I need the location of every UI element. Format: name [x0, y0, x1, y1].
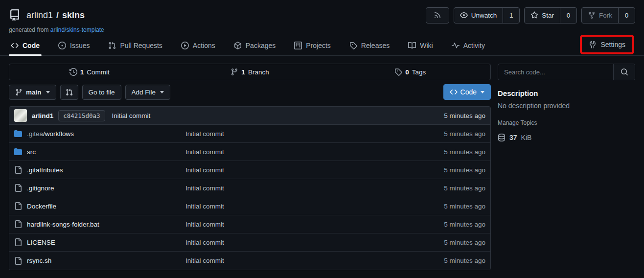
manage-topics-link[interactable]: Manage Topics [498, 119, 635, 126]
file-path-prefix: .gitea [27, 130, 43, 138]
tab-activity-label: Activity [463, 42, 485, 49]
issue-icon [58, 42, 66, 49]
file-name-link[interactable]: LICENSE [14, 238, 185, 246]
compare-button[interactable] [60, 85, 78, 100]
file-commit-message-link[interactable]: Initial commit [185, 185, 412, 192]
file-commit-time: 5 minutes ago [412, 148, 485, 156]
tab-issues[interactable]: Issues [56, 42, 92, 55]
tab-code[interactable]: Code [9, 42, 42, 55]
branch-icon [230, 68, 238, 76]
file-commit-message-link[interactable]: Initial commit [185, 130, 412, 138]
repo-stats-bar: 1 Commit 1 Branch 0 Tags [9, 64, 491, 80]
star-button[interactable]: Star [525, 8, 560, 23]
tools-icon [589, 41, 597, 48]
go-to-file-button[interactable]: Go to file [82, 85, 121, 100]
tab-settings[interactable]: Settings [589, 41, 625, 48]
tab-projects[interactable]: Projects [292, 42, 333, 55]
watchers-count[interactable]: 1 [503, 8, 519, 23]
tag-icon [394, 68, 402, 76]
branch-selector[interactable]: main [9, 85, 56, 100]
repo-owner-link[interactable]: arlind1 [26, 10, 53, 20]
watch-button-group: Unwatch 1 [454, 7, 520, 23]
settings-highlight-annotation: Settings [580, 35, 634, 54]
fork-label: Fork [599, 12, 612, 19]
repo-icon [9, 9, 21, 21]
tags-stat[interactable]: 0 Tags [330, 68, 490, 76]
repo-nav: Code Issues Pull Requests Actions Packag… [0, 34, 644, 56]
star-button-group: Star 0 [524, 7, 577, 23]
rss-button[interactable] [426, 7, 449, 23]
unwatch-button[interactable]: Unwatch [454, 8, 503, 23]
file-name-link[interactable]: .gitea/workflows [14, 130, 185, 138]
tab-pull-requests[interactable]: Pull Requests [106, 42, 164, 55]
go-to-file-label: Go to file [89, 89, 115, 96]
play-circle-icon [181, 42, 189, 49]
template-repo-link[interactable]: arlind/skins-template [50, 26, 104, 33]
project-board-icon [294, 42, 302, 49]
commit-hash-badge[interactable]: c84215d0a3 [58, 110, 105, 121]
file-commit-message-link[interactable]: Initial commit [185, 203, 412, 210]
file-commit-message-link[interactable]: Initial commit [185, 257, 412, 264]
commits-stat[interactable]: 1 Commit [9, 68, 170, 76]
tab-packages[interactable]: Packages [232, 42, 277, 55]
file-commit-message-link[interactable]: Initial commit [185, 166, 412, 174]
tab-pull-requests-label: Pull Requests [120, 42, 162, 49]
commit-author-link[interactable]: arlind1 [32, 112, 53, 119]
file-commit-message-link[interactable]: Initial commit [185, 148, 412, 156]
file-commit-message-link[interactable]: Initial commit [185, 221, 412, 228]
file-name-link[interactable]: src [14, 148, 185, 156]
repo-name-link[interactable]: skins [62, 10, 85, 20]
file-icon [14, 166, 22, 174]
file-name-link[interactable]: .gitattributes [14, 166, 185, 174]
tab-issues-label: Issues [70, 42, 90, 49]
file-row: src Initial commit 5 minutes ago [9, 143, 490, 161]
branch-icon [15, 89, 23, 96]
search-button[interactable] [613, 64, 635, 80]
commit-message-link[interactable]: Initial commit [112, 112, 151, 119]
file-commit-time: 5 minutes ago [412, 221, 485, 228]
avatar[interactable] [14, 109, 27, 122]
repo-main-column: 1 Commit 1 Branch 0 Tags main [9, 64, 491, 270]
stars-count[interactable]: 0 [560, 8, 576, 23]
file-commit-message-link[interactable]: Initial commit [185, 239, 412, 246]
tab-releases[interactable]: Releases [347, 42, 391, 55]
package-icon [234, 42, 242, 49]
tab-wiki-label: Wiki [420, 42, 433, 49]
file-name-link[interactable]: rsync.sh [14, 257, 185, 265]
branches-stat[interactable]: 1 Branch [170, 68, 330, 76]
tab-actions[interactable]: Actions [179, 42, 217, 55]
file-commit-time: 5 minutes ago [412, 239, 485, 246]
code-download-button[interactable]: Code [443, 84, 491, 100]
add-file-button[interactable]: Add File [125, 85, 171, 100]
description-text: No description provided [498, 102, 635, 110]
generated-from-text: generated from [9, 26, 48, 33]
file-row: hardlink-songs-folder.bat Initial commit… [9, 215, 490, 233]
file-name-label: .gitattributes [27, 166, 63, 174]
file-row: Dockerfile Initial commit 5 minutes ago [9, 197, 490, 215]
chevron-down-icon [481, 91, 484, 93]
fork-button[interactable]: Fork [582, 8, 618, 23]
file-name-label: hardlink-songs-folder.bat [27, 221, 99, 228]
tags-count: 0 [405, 69, 409, 76]
forks-count[interactable]: 0 [618, 8, 635, 23]
file-icon [14, 238, 22, 246]
fork-button-group: Fork 0 [581, 7, 635, 23]
file-name-link[interactable]: .gitignore [14, 184, 185, 192]
tab-activity[interactable]: Activity [450, 42, 487, 55]
repo-size-value: 37 [509, 134, 517, 141]
folder-icon [14, 130, 22, 138]
tab-wiki[interactable]: Wiki [406, 42, 435, 55]
fork-icon [588, 11, 596, 19]
unwatch-label: Unwatch [471, 12, 497, 19]
chevron-down-icon [46, 91, 50, 93]
search-input[interactable] [498, 64, 613, 80]
file-name-link[interactable]: Dockerfile [14, 202, 185, 210]
file-name-label: src [27, 148, 36, 156]
file-commit-time: 5 minutes ago [412, 185, 485, 192]
file-name-link[interactable]: hardlink-songs-folder.bat [14, 220, 185, 228]
file-icon [14, 220, 22, 228]
code-button-label: Code [460, 88, 477, 96]
tab-settings-label: Settings [600, 41, 625, 48]
generated-from-line: generated from arlind/skins-template [9, 26, 635, 33]
file-row: LICENSE Initial commit 5 minutes ago [9, 233, 490, 252]
